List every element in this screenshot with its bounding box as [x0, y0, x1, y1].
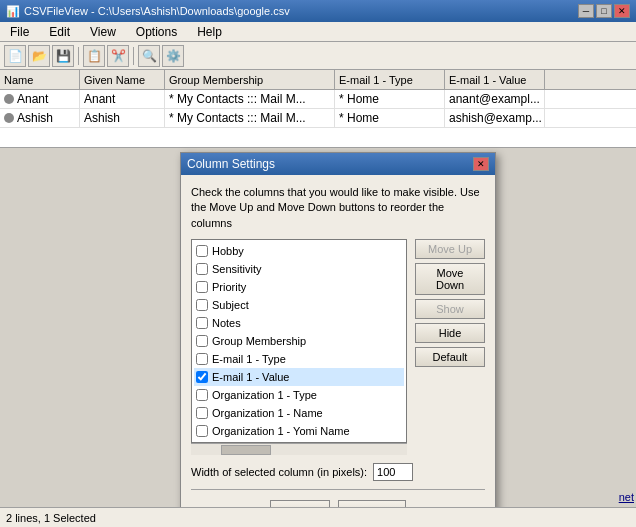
label-email-value: E-mail 1 - Value	[212, 371, 289, 383]
default-button[interactable]: Default	[415, 347, 485, 367]
checkbox-sensitivity[interactable]	[196, 263, 208, 275]
hide-button[interactable]: Hide	[415, 323, 485, 343]
show-button[interactable]: Show	[415, 299, 485, 319]
checkbox-notes[interactable]	[196, 317, 208, 329]
list-item-priority[interactable]: Priority	[194, 278, 404, 296]
dialog-description: Check the columns that you would like to…	[191, 185, 485, 231]
label-subject: Subject	[212, 299, 249, 311]
label-hobby: Hobby	[212, 245, 244, 257]
checkbox-email-value[interactable]	[196, 371, 208, 383]
list-item-hobby[interactable]: Hobby	[194, 242, 404, 260]
move-down-button[interactable]: Move Down	[415, 263, 485, 295]
checkbox-group-membership[interactable]	[196, 335, 208, 347]
dialog-body: Check the columns that you would like to…	[181, 175, 495, 527]
label-sensitivity: Sensitivity	[212, 263, 262, 275]
label-org-type: Organization 1 - Type	[212, 389, 317, 401]
dialog-title: Column Settings	[187, 157, 275, 171]
list-item-notes[interactable]: Notes	[194, 314, 404, 332]
checkbox-priority[interactable]	[196, 281, 208, 293]
column-settings-dialog: Column Settings ✕ Check the columns that…	[180, 152, 496, 527]
list-item-org-type[interactable]: Organization 1 - Type	[194, 386, 404, 404]
label-notes: Notes	[212, 317, 241, 329]
list-item-email-value[interactable]: E-mail 1 - Value	[194, 368, 404, 386]
checkbox-subject[interactable]	[196, 299, 208, 311]
width-label: Width of selected column (in pixels):	[191, 466, 367, 478]
horizontal-scrollbar-thumb[interactable]	[221, 445, 271, 455]
dialog-content: Hobby Sensitivity Priority	[191, 239, 485, 455]
label-group-membership: Group Membership	[212, 335, 306, 347]
horizontal-scrollbar[interactable]	[191, 443, 407, 455]
checkbox-org-yomi[interactable]	[196, 425, 208, 437]
dialog-title-bar: Column Settings ✕	[181, 153, 495, 175]
width-input[interactable]	[373, 463, 413, 481]
label-org-name: Organization 1 - Name	[212, 407, 323, 419]
list-item-group-membership[interactable]: Group Membership	[194, 332, 404, 350]
checkbox-email-type[interactable]	[196, 353, 208, 365]
list-item-org-yomi[interactable]: Organization 1 - Yomi Name	[194, 422, 404, 440]
dialog-separator	[191, 489, 485, 490]
width-row: Width of selected column (in pixels):	[191, 463, 485, 481]
list-item-subject[interactable]: Subject	[194, 296, 404, 314]
list-wrapper: Hobby Sensitivity Priority	[191, 239, 407, 455]
list-item-sensitivity[interactable]: Sensitivity	[194, 260, 404, 278]
status-text: 2 lines, 1 Selected	[6, 512, 96, 524]
checkbox-org-type[interactable]	[196, 389, 208, 401]
checkbox-hobby[interactable]	[196, 245, 208, 257]
move-up-button[interactable]: Move Up	[415, 239, 485, 259]
checkbox-org-name[interactable]	[196, 407, 208, 419]
dialog-overlay: Column Settings ✕ Check the columns that…	[0, 0, 636, 527]
list-item-org-name[interactable]: Organization 1 - Name	[194, 404, 404, 422]
column-list: Hobby Sensitivity Priority	[192, 240, 406, 442]
label-org-yomi: Organization 1 - Yomi Name	[212, 425, 350, 437]
status-bar: 2 lines, 1 Selected	[0, 507, 636, 527]
label-priority: Priority	[212, 281, 246, 293]
column-list-container[interactable]: Hobby Sensitivity Priority	[191, 239, 407, 443]
dialog-action-buttons: Move Up Move Down Show Hide Default	[415, 239, 485, 455]
label-email-type: E-mail 1 - Type	[212, 353, 286, 365]
list-item-email-type[interactable]: E-mail 1 - Type	[194, 350, 404, 368]
dialog-close-button[interactable]: ✕	[473, 157, 489, 171]
